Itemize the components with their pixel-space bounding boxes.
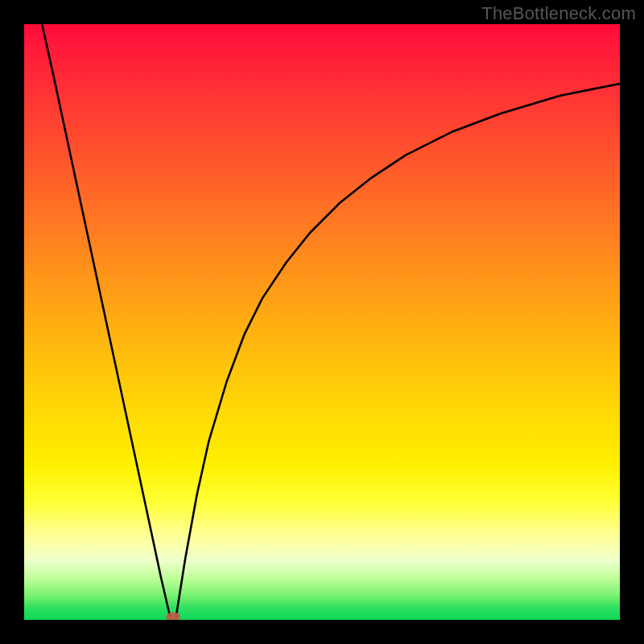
curve-right-branch	[176, 84, 620, 617]
bottleneck-marker	[166, 612, 180, 620]
chart-frame: TheBottleneck.com	[0, 0, 644, 644]
curve-left-branch	[42, 24, 170, 617]
plot-area	[24, 24, 620, 620]
curve-group	[42, 24, 620, 620]
chart-svg	[24, 24, 620, 620]
watermark-text: TheBottleneck.com	[481, 3, 636, 24]
